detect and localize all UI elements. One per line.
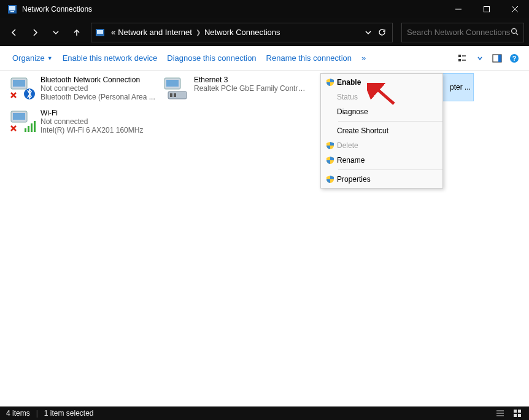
context-menu-rename[interactable]: Rename [321, 153, 442, 168]
window-buttons [444, 0, 529, 18]
svg-rect-4 [484, 7, 490, 12]
address-dropdown-button[interactable] [361, 26, 375, 39]
connection-text: Ethernet 3 Realtek PCIe GbE Family Contr… [194, 76, 309, 93]
navbar: « Network and Internet ❯ Network Connect… [0, 18, 529, 46]
organize-label: Organize [12, 53, 45, 63]
nav-forward-button[interactable] [26, 23, 44, 42]
statusbar: 4 items | 1 item selected [0, 406, 529, 420]
breadcrumb-item[interactable]: Network and Internet [117, 28, 193, 37]
details-view-button[interactable] [495, 408, 506, 419]
connection-item-wifi[interactable]: Wi-Fi Not connected Intel(R) Wi-Fi 6 AX2… [5, 107, 158, 139]
nav-up-button[interactable] [68, 23, 86, 42]
content-area[interactable]: Bluetooth Network Connection Not connect… [0, 71, 529, 406]
wifi-adapter-icon [7, 109, 37, 136]
help-button[interactable]: ? [507, 51, 522, 66]
rename-connection-button[interactable]: Rename this connection [261, 50, 357, 66]
svg-rect-11 [458, 55, 461, 57]
status-item-count: 4 items [6, 409, 30, 418]
view-options-button[interactable] [455, 51, 470, 66]
connection-item-selected-peek[interactable]: pter ... [439, 73, 474, 101]
addressbar[interactable]: « Network and Internet ❯ Network Connect… [91, 23, 393, 42]
svg-rect-25 [170, 93, 172, 97]
connection-name: Bluetooth Network Connection [41, 76, 156, 84]
context-menu-separator [338, 121, 442, 122]
svg-rect-38 [514, 414, 517, 417]
breadcrumb-item[interactable]: Network Connections [203, 28, 282, 37]
svg-rect-36 [514, 410, 517, 413]
view-dropdown-button[interactable] [473, 51, 487, 66]
svg-rect-30 [28, 126, 29, 132]
context-menu-status: Status [321, 90, 442, 104]
context-menu-diagnose[interactable]: Diagnose [321, 104, 442, 119]
svg-rect-29 [25, 128, 26, 132]
uac-shield-icon [323, 156, 337, 165]
toolbar: Organize ▼ Enable this network device Di… [0, 46, 529, 71]
connection-device: Bluetooth Device (Personal Area ... [41, 93, 156, 101]
bluetooth-adapter-icon [7, 76, 37, 103]
svg-rect-26 [174, 93, 176, 97]
svg-rect-20 [13, 80, 25, 87]
nav-back-button[interactable] [5, 23, 23, 42]
connection-status: Not connected [41, 117, 156, 126]
window-title: Network Connections [22, 5, 444, 14]
connection-text: Wi-Fi Not connected Intel(R) Wi-Fi 6 AX2… [41, 109, 156, 134]
context-menu: Enable Status Diagnose Create Shortcut D… [320, 73, 443, 189]
maximize-button[interactable] [473, 0, 501, 18]
enable-device-button[interactable]: Enable this network device [58, 50, 163, 66]
status-selected-count: 1 item selected [44, 409, 94, 418]
svg-rect-2 [10, 11, 14, 12]
chevron-right-icon[interactable]: ❯ [196, 29, 201, 36]
status-divider: | [36, 409, 38, 418]
context-menu-delete: Delete [321, 138, 442, 153]
svg-rect-23 [166, 80, 179, 87]
uac-shield-icon [323, 78, 337, 87]
context-menu-create-shortcut[interactable]: Create Shortcut [321, 123, 442, 138]
ethernet-adapter-icon [161, 76, 190, 103]
context-menu-properties[interactable]: Properties [321, 172, 442, 187]
svg-rect-39 [518, 414, 521, 417]
svg-line-10 [516, 33, 519, 35]
svg-point-9 [512, 28, 517, 33]
svg-rect-12 [458, 59, 461, 61]
preview-pane-button[interactable] [490, 51, 504, 66]
search-icon[interactable] [511, 28, 519, 37]
context-menu-enable[interactable]: Enable [321, 75, 442, 90]
svg-text:?: ? [512, 55, 517, 62]
organize-menu[interactable]: Organize ▼ [7, 50, 58, 66]
svg-rect-31 [31, 123, 33, 132]
svg-rect-37 [518, 410, 521, 413]
context-menu-separator [338, 169, 442, 170]
search-box[interactable] [401, 23, 524, 42]
connection-status: Not connected [41, 84, 156, 93]
toolbar-more-button[interactable]: » [357, 50, 371, 66]
titlebar: Network Connections [0, 0, 529, 18]
search-input[interactable] [407, 28, 511, 37]
location-icon [95, 28, 105, 37]
minimize-button[interactable] [444, 0, 473, 18]
svg-rect-8 [97, 30, 103, 34]
connection-text: Bluetooth Network Connection Not connect… [41, 76, 156, 101]
refresh-button[interactable] [375, 26, 388, 39]
nav-history-dropdown[interactable] [47, 23, 65, 42]
large-icons-view-button[interactable] [512, 408, 523, 419]
svg-rect-1 [9, 6, 15, 10]
breadcrumb-prefix: « [110, 28, 117, 37]
svg-rect-28 [13, 113, 25, 120]
uac-shield-icon [323, 141, 337, 150]
connection-device: Intel(R) Wi-Fi 6 AX201 160MHz [41, 126, 156, 134]
connection-item-bluetooth[interactable]: Bluetooth Network Connection Not connect… [5, 74, 158, 106]
connection-name: Ethernet 3 [194, 76, 309, 84]
network-panel-icon [7, 4, 17, 14]
svg-rect-32 [34, 121, 36, 132]
selected-peek-text: pter ... [450, 83, 471, 91]
caret-down-icon: ▼ [47, 55, 53, 61]
connection-item-ethernet[interactable]: Ethernet 3 Realtek PCIe GbE Family Contr… [158, 74, 312, 106]
diagnose-connection-button[interactable]: Diagnose this connection [162, 50, 261, 66]
connection-name: Wi-Fi [41, 109, 156, 117]
connection-device: Realtek PCIe GbE Family Controll... [194, 84, 309, 93]
svg-rect-16 [498, 55, 501, 62]
uac-shield-icon [323, 175, 337, 184]
close-button[interactable] [501, 0, 529, 18]
